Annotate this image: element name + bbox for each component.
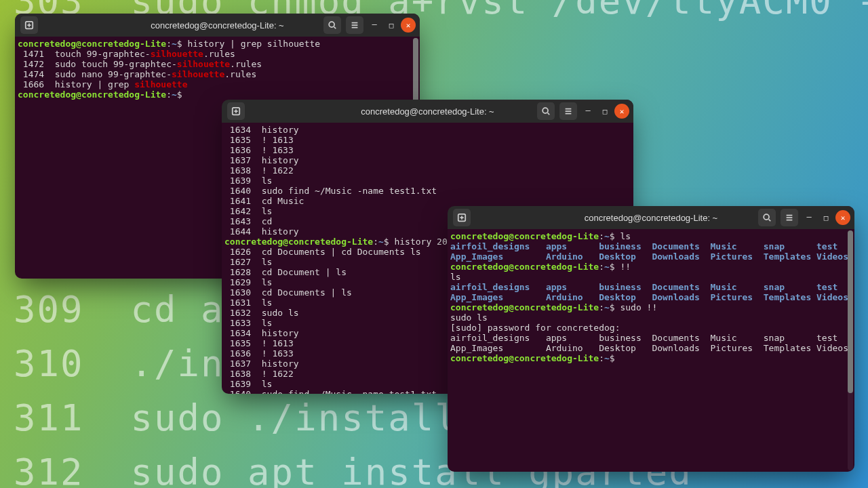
hamburger-menu-button[interactable]	[781, 209, 798, 226]
maximize-button[interactable]	[818, 210, 833, 225]
terminal-line: airfoil_designs apps business Documents …	[450, 241, 854, 251]
svg-point-3	[329, 22, 334, 27]
terminal-line: 1634 history	[224, 125, 633, 135]
titlebar[interactable]: concretedog@concretedog-Lite: ~	[448, 206, 854, 229]
terminal-line: concretedog@concretedog-Lite:~$	[18, 89, 420, 100]
terminal-line: 1636 ! 1633	[224, 145, 633, 155]
scrollbar-thumb[interactable]	[848, 230, 853, 393]
hamburger-menu-button[interactable]	[346, 16, 363, 34]
terminal-line: 1635 ! 1613	[224, 135, 633, 145]
svg-line-20	[769, 220, 771, 222]
terminal-line: App_Images Arduino Desktop Downloads Pic…	[450, 343, 854, 353]
terminal-line: 1638 ! 1622	[224, 165, 633, 176]
terminal-line: concretedog@concretedog-Lite:~$ history …	[18, 39, 420, 49]
terminal-line: concretedog@concretedog-Lite:~$ ls	[450, 231, 854, 241]
terminal-line: concretedog@concretedog-Lite:~$ !!	[450, 262, 854, 272]
search-button[interactable]	[537, 102, 555, 120]
terminal-line: 1471 touch 99-graphtec-silhouette.rules	[18, 49, 420, 59]
maximize-button[interactable]	[384, 18, 399, 33]
terminal-line: 1637 history	[224, 155, 633, 165]
terminal-line: 1666 history | grep silhouette	[18, 79, 420, 89]
terminal-line: 1639 ls	[224, 176, 633, 186]
new-tab-button[interactable]	[453, 209, 471, 226]
search-button[interactable]	[323, 16, 341, 34]
minimize-button[interactable]	[802, 210, 816, 225]
new-tab-button[interactable]	[20, 16, 38, 34]
terminal-body[interactable]: concretedog@concretedog-Lite:~$ lsairfoi…	[448, 229, 854, 472]
svg-line-4	[334, 27, 336, 29]
svg-line-12	[548, 113, 550, 115]
svg-point-11	[542, 108, 548, 113]
svg-point-19	[764, 214, 769, 220]
scrollbar[interactable]	[848, 230, 853, 470]
minimize-button[interactable]	[367, 18, 382, 33]
minimize-button[interactable]	[580, 104, 595, 119]
terminal-line: [sudo] password for concretedog:	[450, 323, 854, 333]
hamburger-menu-button[interactable]	[559, 102, 577, 120]
terminal-line: concretedog@concretedog-Lite:~$ sudo !!	[450, 302, 854, 312]
terminal-line: 1641 cd Music	[224, 196, 633, 206]
titlebar[interactable]: concretedog@concretedog-Lite: ~	[222, 100, 633, 123]
terminal-line: App_Images Arduino Desktop Downloads Pic…	[450, 292, 854, 302]
terminal-line: ls	[450, 272, 854, 282]
terminal-line: 1474 sudo nano 99-graphtec-silhouette.ru…	[18, 69, 420, 79]
close-button[interactable]	[614, 104, 629, 119]
maximize-button[interactable]	[597, 104, 612, 119]
terminal-line: airfoil_designs apps business Documents …	[450, 282, 854, 292]
close-button[interactable]	[401, 18, 416, 33]
terminal-line: airfoil_designs apps business Documents …	[450, 333, 854, 343]
new-tab-button[interactable]	[227, 102, 245, 120]
titlebar[interactable]: concretedog@concretedog-Lite: ~	[15, 14, 420, 37]
terminal-window-3: concretedog@concretedog-Lite: ~ concrete…	[448, 206, 854, 472]
terminal-line: sudo ls	[450, 312, 854, 323]
terminal-line: concretedog@concretedog-Lite:~$	[450, 353, 854, 363]
close-button[interactable]	[835, 210, 850, 225]
search-button[interactable]	[758, 209, 776, 226]
terminal-line: 1472 sudo touch 99-graphtec-silhouette.r…	[18, 59, 420, 69]
terminal-line: App_Images Arduino Desktop Downloads Pic…	[450, 251, 854, 262]
terminal-line: 1640 sudo find ~/Music -name test1.txt	[224, 186, 633, 196]
